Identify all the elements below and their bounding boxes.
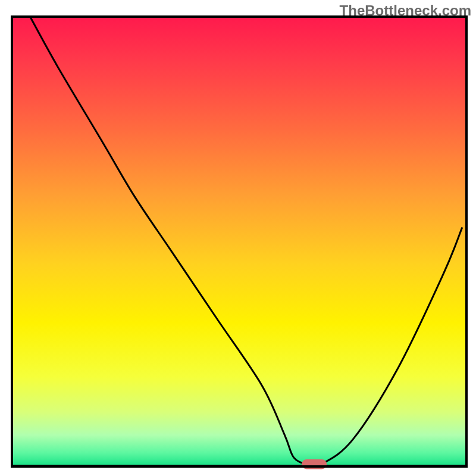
bottleneck-chart (0, 0, 476, 476)
plot-background (12, 17, 466, 466)
optimum-marker (302, 459, 327, 469)
watermark-text: TheBottleneck.com (340, 2, 471, 19)
chart-container: TheBottleneck.com (0, 0, 476, 476)
